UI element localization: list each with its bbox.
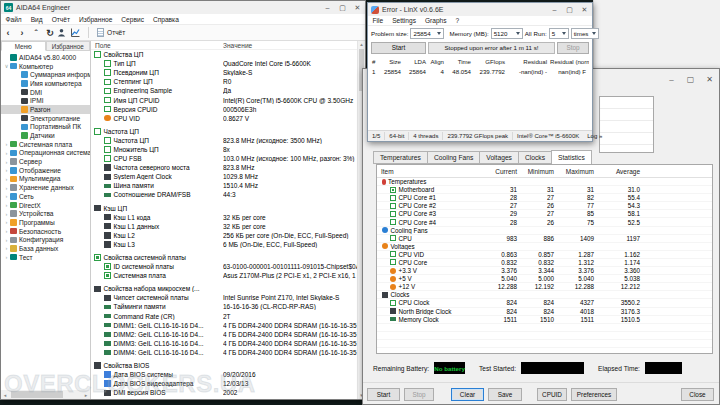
field-row[interactable]: CPU VID 0.8627 V (91, 114, 357, 123)
tree-item[interactable]: › Устройства (1, 209, 90, 218)
menu-help[interactable]: ? (451, 17, 464, 24)
stats-row[interactable]: +12 V 12.288 12.192 12.288 12.212 (377, 283, 712, 291)
field-row[interactable]: Степпинг ЦП R0 (91, 77, 357, 86)
tree-expander-icon[interactable]: › (3, 254, 10, 260)
field-row[interactable]: Command Rate (CR) 2T (91, 312, 357, 321)
menu-settings[interactable]: Settings (388, 17, 421, 24)
tree-expander-icon[interactable]: › (3, 176, 10, 182)
memory-all-label[interactable]: All (525, 30, 532, 37)
tree-expander-icon[interactable]: › (3, 150, 10, 156)
start-button[interactable]: Start (367, 388, 400, 401)
field-row[interactable]: Шина памяти 1510.4 MHz (91, 181, 357, 190)
tree-item[interactable]: Имя компьютера (1, 79, 90, 88)
forward-icon[interactable]: › (15, 28, 29, 38)
column-field[interactable]: Поле (91, 42, 223, 49)
field-row[interactable]: DIMM1: GeIL CL16-16-16 D4... 4 ГБ DDR4-2… (91, 321, 357, 330)
close-icon[interactable]: ✕ (577, 3, 592, 16)
tab-cooling-fans[interactable]: Cooling Fans (427, 151, 479, 164)
field-row[interactable]: DMI версия BIOS 2002 (91, 388, 357, 397)
sidebar-tab-favorites[interactable]: Избранное (46, 41, 91, 51)
field-row[interactable]: Имя ЦП CPUID Intel(R) Core(TM) i5-6600K … (91, 95, 357, 104)
tree-expander-icon[interactable]: › (3, 202, 10, 208)
results-row[interactable]: 1 25854 25864 4 48.054 239.7792 -nan(ind… (371, 66, 589, 76)
field-row[interactable]: DIMM3: GeIL CL16-16-16 D4... 4 ГБ DDR4-2… (91, 339, 357, 348)
tree-expander-icon[interactable]: › (3, 228, 10, 234)
tree-item[interactable]: › Операционная система (1, 149, 90, 158)
stats-row[interactable]: North Bridge Clock 824 824 4018 3176.3 (377, 308, 712, 316)
run-unit-select[interactable]: times (571, 28, 599, 39)
tree-item[interactable]: DMI (1, 88, 90, 97)
tree-item[interactable]: › База данных (1, 244, 90, 253)
tree-expander-icon[interactable]: › (3, 185, 10, 191)
tree-item[interactable]: Электропитание (1, 114, 90, 123)
field-row[interactable]: Дата BIOS системы 09/20/2016 (91, 370, 357, 379)
tree-item[interactable]: › Отображение (1, 166, 90, 175)
stats-row[interactable]: Voltages (377, 243, 712, 251)
field-row[interactable]: Множитель ЦП 8x (91, 145, 357, 154)
problem-size-select[interactable]: 25854 (410, 28, 444, 39)
memory-select[interactable]: 5120 (491, 28, 523, 39)
tab-voltages[interactable]: Voltages (479, 151, 518, 164)
stop-button[interactable]: Stop (557, 42, 589, 54)
stats-row[interactable]: Memory Clock 1511 1510 1511 1510.5 (377, 316, 712, 324)
field-row[interactable]: Кэш L3 6 МБ (On-Die, ECC, Full-Speed) (91, 240, 357, 249)
sidebar-tab-menu[interactable]: Меню (1, 41, 46, 51)
field-row[interactable]: Частота ЦП (91, 127, 357, 136)
tab-clocks[interactable]: Clocks (518, 151, 551, 164)
tree-item[interactable]: › Мультимедиа (1, 175, 90, 184)
stats-row[interactable]: CPU Core #2 27 26 77 54.3 (377, 202, 712, 210)
maximize-icon[interactable]: ▢ (335, 1, 350, 14)
stats-row[interactable]: +5 V 5.040 5.000 5.040 5.038 (377, 275, 712, 283)
stats-row[interactable]: Temperatures (377, 178, 712, 186)
preferences-button[interactable]: Preferences (571, 388, 617, 401)
up-icon[interactable]: ˆ (29, 28, 43, 38)
chart-icon[interactable] (71, 28, 85, 37)
field-row[interactable]: Свойства системной платы (91, 253, 357, 262)
save-button[interactable]: Save (488, 388, 522, 401)
menu-report[interactable]: Отчёт (47, 16, 74, 23)
tree-item[interactable]: IPMI (1, 96, 90, 105)
tab-temperatures[interactable]: Temperatures (373, 151, 427, 164)
tree-item[interactable]: Суммарная информация (1, 70, 90, 79)
refresh-icon[interactable]: ↻ (43, 28, 57, 38)
stats-row[interactable]: CPU Core #3 29 27 85 58.1 (377, 210, 712, 218)
tree-expander-icon[interactable]: › (3, 245, 10, 251)
tree-item[interactable]: › Безопасность (1, 227, 90, 236)
field-row[interactable]: CPU FSB 103.0 MHz (исходное: 100 MHz, ра… (91, 154, 357, 163)
field-row[interactable]: Тайминги памяти 16-16-16-36 (CL-RCD-RP-R… (91, 302, 357, 311)
field-row[interactable]: Частота ЦП 823.8 MHz (исходное: 3500 MHz… (91, 136, 357, 145)
tree-item[interactable]: AIDA64 v5.80.4000 (1, 53, 90, 62)
close-icon[interactable]: ✕ (700, 73, 719, 87)
menu-view[interactable]: Вид (26, 16, 47, 23)
scroll-up-icon[interactable]: ▲ (358, 42, 365, 47)
stats-row[interactable]: Clocks (377, 291, 712, 299)
stats-row[interactable]: Motherboard 31 31 31 31.0 (377, 186, 712, 194)
clear-button[interactable]: Clear (451, 388, 484, 401)
scroll-right-icon[interactable]: ▸ (82, 392, 90, 398)
aida64-titlebar[interactable]: 64 AIDA64 Engineer – ▢ ✕ (1, 1, 365, 14)
field-row[interactable]: System Agent Clock 1029.8 MHz (91, 172, 357, 181)
tab-statistics[interactable]: Statistics (551, 150, 592, 164)
field-row[interactable]: Кэш L1 данных 32 КБ per core (91, 222, 357, 231)
field-row[interactable]: DIMM4: GeIL CL16-16-16 D4... 4 ГБ DDR4-2… (91, 348, 357, 357)
user-icon[interactable] (57, 28, 71, 37)
tree-item[interactable]: Разгон (1, 105, 90, 114)
minimize-icon[interactable]: – (320, 1, 335, 14)
linx-titlebar[interactable]: Error - LinX v0.6.6E – ▢ ✕ (368, 3, 592, 16)
close-icon[interactable]: ✕ (350, 1, 365, 14)
field-row[interactable]: Кэш L1 кода 32 КБ per core (91, 213, 357, 222)
tree-item[interactable]: › Тест (1, 253, 90, 262)
tree-expander-icon[interactable]: ∨ (3, 63, 10, 69)
field-row[interactable]: Версия CPUID 000506E3h (91, 105, 357, 114)
stats-row[interactable]: Cooling Fans (377, 227, 712, 235)
field-row[interactable]: Кэш L2 256 КБ per core (On-Die, ECC, Ful… (91, 231, 357, 240)
tree-expander-icon[interactable]: › (3, 193, 10, 199)
field-row[interactable]: Чипсет системной платы Intel Sunrise Poi… (91, 293, 357, 302)
field-row[interactable]: Дата BIOS видеоадаптера 12/03/13 (91, 379, 357, 388)
field-row[interactable]: ID системной платы 63-0100-000001-001011… (91, 262, 357, 271)
tree-expander-icon[interactable]: › (3, 219, 10, 225)
tree-item[interactable]: › Программы (1, 218, 90, 227)
tree-item[interactable]: Датчики (1, 131, 90, 140)
field-row[interactable]: Системная плата Asus Z170M-Plus (2 PCI-E… (91, 271, 357, 280)
field-row[interactable]: Соотношение DRAM/FSB 44:3 (91, 190, 357, 199)
